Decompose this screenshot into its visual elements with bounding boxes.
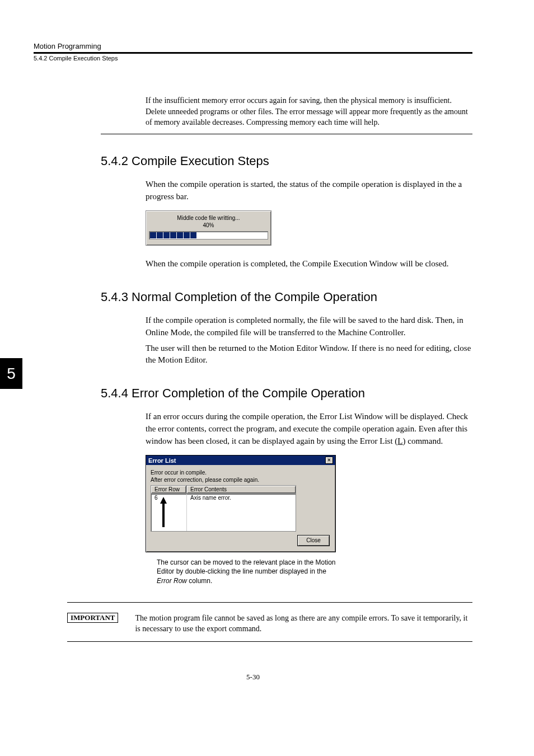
table-header-error-row[interactable]: Error Row (151, 485, 186, 494)
table-cell-error[interactable]: Axis name error. (187, 494, 296, 531)
progress-text-line1: Middle code file writting... (149, 214, 268, 222)
header-rule (34, 52, 472, 54)
dialog-caption: The cursor can be moved to the relevant … (157, 558, 341, 585)
dialog-title: Error List (148, 457, 176, 464)
separator (101, 134, 472, 134)
close-icon[interactable]: × (325, 457, 333, 464)
table-body: 6 Axis name error. (151, 494, 296, 532)
caption-b: column. (187, 577, 212, 585)
progress-dialog: Middle code file writting... 40% (146, 210, 271, 246)
dialog-titlebar: Error List × (146, 456, 335, 465)
error-list-dialog: Error List × Error occur in compile. Aft… (146, 455, 336, 552)
important-label: IMPORTANT (67, 613, 118, 623)
chapter-tab: 5 (0, 358, 22, 389)
important-note: IMPORTANT The motion program file cannot… (67, 613, 472, 635)
page-header: Motion Programming 5.4.2 Compile Executi… (34, 42, 472, 62)
svg-marker-0 (160, 497, 167, 527)
dialog-msg2: After error correction, please compile a… (151, 477, 331, 483)
caption-italic: Error Row (157, 577, 187, 585)
page-number: 5-30 (34, 673, 472, 682)
section-544-para1-b: ) command. (402, 436, 443, 445)
section-544-para1: If an error occurs during the compile op… (146, 411, 472, 447)
section-542-para2: When the compile operation is completed,… (146, 258, 472, 270)
section-heading-544: 5.4.4 Error Completion of the Compile Op… (101, 386, 472, 401)
section-543-para1: If the compile operation is completed no… (146, 314, 472, 339)
dialog-msg1: Error occur in compile. (151, 469, 331, 476)
important-text: The motion program file cannot be saved … (135, 613, 472, 635)
progress-text-line2: 40% (149, 222, 268, 229)
error-table: Error Row Error Contents 6 Axis name err… (151, 485, 296, 532)
section-heading-542: 5.4.2 Compile Execution Steps (101, 154, 472, 168)
table-cell-row-num[interactable]: 6 (151, 494, 187, 531)
separator (67, 602, 472, 603)
separator (67, 641, 472, 642)
pointer-arrow-icon (160, 497, 167, 529)
header-subtitle: 5.4.2 Compile Execution Steps (34, 55, 472, 62)
section-heading-543: 5.4.3 Normal Completion of the Compile O… (101, 290, 472, 304)
intro-note: If the insufficient memory error occurs … (146, 95, 472, 128)
caption-a: The cursor can be moved to the relevant … (157, 558, 336, 575)
section-542-para1: When the compile operation is started, t… (146, 179, 472, 203)
close-button[interactable]: Close (297, 535, 330, 546)
table-header-error-contents[interactable]: Error Contents (186, 485, 296, 494)
progress-bar (149, 231, 268, 240)
section-543-para2: The user will then be returned to the Mo… (146, 342, 472, 367)
header-title: Motion Programming (34, 42, 472, 50)
